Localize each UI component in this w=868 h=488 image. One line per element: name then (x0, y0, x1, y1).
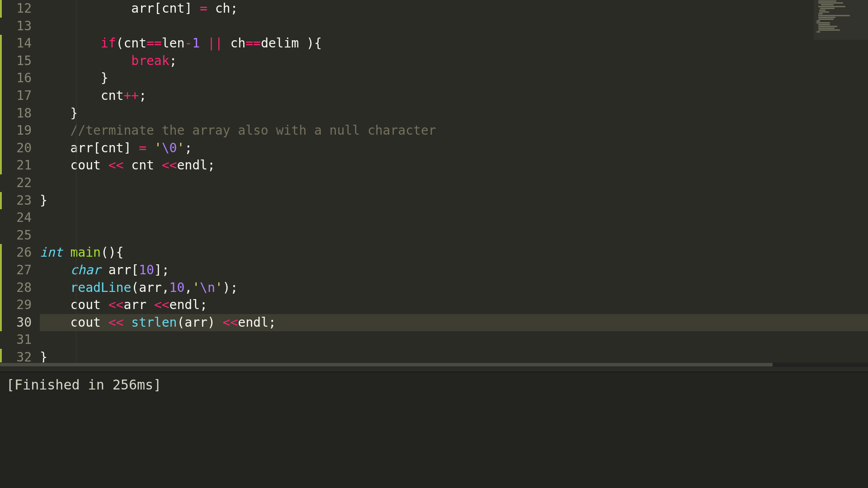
code-line[interactable]: cnt++; (40, 87, 868, 105)
minimap[interactable] (814, 0, 868, 40)
code-line[interactable] (40, 174, 868, 192)
build-output-panel: [Finished in 256ms] (0, 371, 868, 488)
code-line[interactable]: } (40, 192, 868, 210)
code-line[interactable]: arr[cnt] = '\0'; (40, 140, 868, 157)
line-number: 14 (0, 35, 40, 52)
code-line[interactable]: if(cnt==len-1 || ch==delim ){ (40, 35, 868, 52)
scrollbar-thumb[interactable] (0, 363, 773, 366)
line-number: 13 (0, 18, 40, 35)
code-line[interactable]: char arr[10]; (40, 262, 868, 279)
line-number: 26 (0, 244, 40, 262)
line-number: 25 (0, 227, 40, 244)
code-line[interactable] (40, 331, 868, 349)
line-number-gutter: 1213141516171819202122232425262728293031… (0, 0, 40, 367)
code-line[interactable]: } (40, 105, 868, 122)
line-number: 12 (0, 0, 40, 18)
indent-ruler (76, 0, 76, 367)
line-number: 17 (0, 87, 40, 105)
horizontal-scrollbar[interactable] (0, 362, 868, 367)
line-number: 28 (0, 279, 40, 297)
code-line[interactable]: break; (40, 52, 868, 70)
line-number: 24 (0, 209, 40, 227)
line-number: 20 (0, 140, 40, 157)
code-line[interactable]: //terminate the array also with a null c… (40, 122, 868, 140)
line-number: 16 (0, 70, 40, 87)
code-editor[interactable]: 1213141516171819202122232425262728293031… (0, 0, 868, 367)
line-number: 23 (0, 192, 40, 210)
code-line[interactable]: int main(){ (40, 244, 868, 262)
code-line[interactable] (40, 209, 868, 227)
line-number: 15 (0, 52, 40, 70)
line-number: 27 (0, 262, 40, 279)
line-number: 19 (0, 122, 40, 140)
code-line[interactable] (40, 18, 868, 35)
line-number: 30 (0, 314, 40, 332)
line-number: 22 (0, 174, 40, 192)
code-line[interactable]: cout << cnt <<endl; (40, 157, 868, 174)
code-line[interactable] (40, 227, 868, 244)
build-status-text: [Finished in 256ms] (6, 377, 862, 393)
code-line[interactable]: cout <<arr <<endl; (40, 296, 868, 314)
line-number: 18 (0, 105, 40, 122)
code-area[interactable]: arr[cnt] = ch; if(cnt==len-1 || ch==deli… (40, 0, 868, 367)
code-line[interactable]: } (40, 70, 868, 87)
line-number: 31 (0, 331, 40, 349)
code-line[interactable]: readLine(arr,10,'\n'); (40, 279, 868, 297)
line-number: 29 (0, 296, 40, 314)
code-line[interactable]: arr[cnt] = ch; (40, 0, 868, 18)
line-number: 21 (0, 157, 40, 174)
code-line[interactable]: cout << strlen(arr) <<endl; (40, 314, 868, 332)
